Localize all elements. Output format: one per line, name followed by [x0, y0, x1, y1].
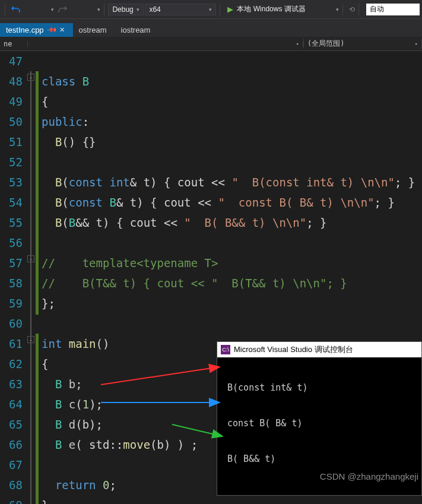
chevron-down-icon: ▾ — [296, 41, 299, 47]
console-titlebar[interactable]: C:\ Microsoft Visual Studio 调试控制台 — [217, 342, 421, 357]
line-number: 63 — [0, 374, 23, 394]
line-number: 50 — [0, 112, 23, 132]
tab-label: ostream — [79, 26, 107, 34]
line-number: 54 — [0, 192, 23, 213]
tab-iostream[interactable]: iostream — [115, 23, 159, 37]
line-number: 49 — [0, 91, 23, 112]
navigation-scope-bar: ne ▾ (全局范围) ▾ — [0, 37, 422, 51]
close-icon[interactable]: ✕ — [59, 26, 65, 34]
watermark: CSDN @zhangzhangkeji — [320, 471, 418, 481]
fold-column[interactable]: − − − — [27, 51, 36, 504]
auto-combo[interactable]: 自动 — [366, 4, 420, 15]
chevron-down-icon: ▾ — [415, 41, 418, 47]
debugger-chevron[interactable]: ▾ — [336, 7, 339, 12]
line-number: 47 — [0, 51, 23, 71]
line-number: 69 — [0, 495, 23, 504]
line-number: 58 — [0, 273, 23, 293]
scope-member-label: (全局范围) — [307, 39, 344, 49]
auto-label: 自动 — [370, 4, 384, 14]
pin-icon[interactable]: 📌 — [46, 24, 57, 36]
debugger-label[interactable]: 本地 Windows 调试器 — [237, 4, 305, 14]
line-number: 56 — [0, 233, 23, 253]
editor-tabs: testIne.cpp 📌 ✕ ostream iostream — [0, 19, 422, 37]
change-indicator-column — [36, 51, 39, 504]
line-number: 64 — [0, 394, 23, 414]
fold-toggle-icon[interactable]: − — [27, 336, 34, 343]
chevron-down-icon: ▾ — [137, 7, 139, 12]
solution-platform-combo[interactable]: x64 ▾ — [145, 4, 216, 15]
line-number: 61 — [0, 334, 23, 354]
line-number: 48 — [0, 71, 23, 91]
line-number: 66 — [0, 435, 23, 455]
vs-icon: C:\ — [221, 345, 230, 354]
line-number: 67 — [0, 455, 23, 475]
solution-config-combo[interactable]: Debug ▾ — [108, 4, 144, 15]
tab-label: testIne.cpp — [6, 26, 44, 34]
scope-class-combo[interactable]: ▾ — [27, 41, 303, 47]
line-number: 51 — [0, 132, 23, 152]
line-number: 52 — [0, 152, 23, 172]
line-number: 53 — [0, 172, 23, 192]
console-output: B(const int& t) const B( B& t) B( B&& t)… — [217, 357, 421, 504]
line-number: 62 — [0, 354, 23, 374]
line-number-gutter: 4748495051525354555657585960616263646566… — [0, 51, 27, 504]
line-number: 57 — [0, 253, 23, 273]
tab-ostream[interactable]: ostream — [73, 23, 115, 37]
line-number: 60 — [0, 313, 23, 334]
chevron-down-icon: ▾ — [209, 7, 212, 12]
line-number: 59 — [0, 293, 23, 313]
fold-toggle-icon[interactable]: − — [27, 74, 34, 81]
undo-split-chevron[interactable]: ▾ — [51, 7, 54, 12]
scope-namespace[interactable]: ne — [0, 40, 27, 48]
main-toolbar: ▾ ▾ Debug ▾ x64 ▾ ▶ 本地 Windows 调试器 ▾ ⟲ 自… — [0, 0, 422, 19]
redo-split-chevron[interactable]: ▾ — [97, 7, 100, 12]
console-title-text: Microsoft Visual Studio 调试控制台 — [234, 344, 353, 355]
scope-member-combo[interactable]: (全局范围) ▾ — [303, 39, 422, 49]
solution-config-value: Debug — [112, 5, 133, 14]
line-number: 68 — [0, 475, 23, 495]
start-debug-icon[interactable]: ▶ — [227, 5, 233, 14]
tab-testine-cpp[interactable]: testIne.cpp 📌 ✕ — [0, 23, 73, 37]
solution-platform-value: x64 — [149, 5, 160, 14]
hot-reload-icon[interactable]: ⟲ — [349, 5, 355, 14]
line-number: 55 — [0, 213, 23, 233]
redo-button[interactable] — [55, 4, 69, 15]
undo-button[interactable] — [9, 4, 23, 15]
tab-label: iostream — [121, 26, 151, 34]
fold-toggle-icon[interactable]: − — [27, 255, 34, 262]
line-number: 65 — [0, 414, 23, 435]
